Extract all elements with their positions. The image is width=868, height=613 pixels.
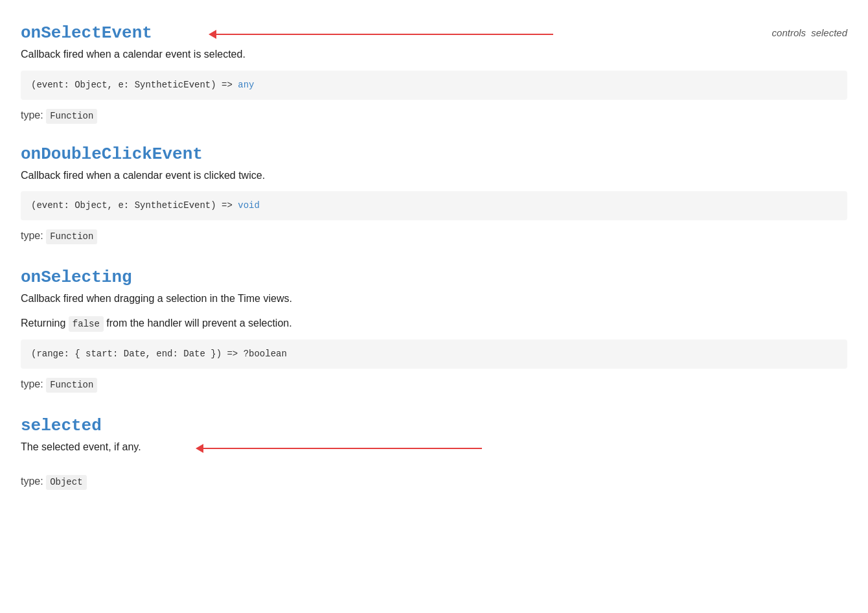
arrow-head-top [209, 30, 216, 39]
type-line-onSelectEvent: type: Function [21, 108, 847, 124]
type-label-onSelecting: type: [21, 378, 43, 389]
desc-row-selected: The selected event, if any. [21, 439, 847, 456]
arrow-head-bottom [196, 444, 203, 453]
type-label-selected: type: [21, 476, 43, 487]
arrow-line-bottom [203, 448, 482, 449]
section-onDoubleClickEvent: onDoubleClickEvent Callback fired when a… [21, 142, 847, 245]
arrow-annotation-top [209, 30, 553, 39]
code-text-onSelecting: (range: { start: Date, end: Date }) => ?… [31, 349, 287, 359]
type-label-onSelectEvent: type: [21, 110, 43, 121]
prop-desc-onDoubleClickEvent: Callback fired when a calendar event is … [21, 167, 847, 184]
type-line-selected: type: Object [21, 474, 847, 490]
code-text-onSelectEvent: (event: Object, e: SyntheticEvent) => an… [31, 80, 254, 90]
prop-desc-selected: The selected event, if any. [21, 441, 141, 452]
prop-name-onDoubleClickEvent: onDoubleClickEvent [21, 145, 203, 164]
keyword-any: any [238, 80, 254, 90]
code-block-onSelectEvent: (event: Object, e: SyntheticEvent) => an… [21, 71, 847, 100]
section-onSelectEvent: onSelectEvent Callback fired when a cale… [21, 21, 847, 124]
type-badge-selected: Object [46, 475, 86, 490]
type-badge-onSelecting: Function [46, 378, 97, 393]
prop-name-onSelectEvent: onSelectEvent [21, 23, 152, 43]
type-badge-onSelectEvent: Function [46, 109, 97, 124]
prop-desc-onSelecting-1: Callback fired when dragging a selection… [21, 290, 847, 307]
prop-name-selected: selected [21, 416, 102, 435]
type-line-onSelecting: type: Function [21, 376, 847, 393]
code-text-onDoubleClickEvent: (event: Object, e: SyntheticEvent) => vo… [31, 200, 260, 211]
page-container: controls selected onSelectEvent Callback… [21, 21, 847, 490]
false-badge: false [69, 316, 104, 332]
type-label-onDoubleClickEvent: type: [21, 230, 43, 241]
prop-desc-onSelectEvent: Callback fired when a calendar event is … [21, 46, 847, 63]
code-block-onDoubleClickEvent: (event: Object, e: SyntheticEvent) => vo… [21, 191, 847, 220]
arrow-line-top [216, 34, 553, 35]
type-line-onDoubleClickEvent: type: Function [21, 228, 847, 244]
prop-desc-onSelecting-2: Returning false from the handler will pr… [21, 315, 847, 332]
title-row: onSelectEvent [21, 21, 847, 46]
type-badge-onDoubleClickEvent: Function [46, 229, 97, 244]
prop-name-onSelecting: onSelecting [21, 268, 132, 287]
code-block-onSelecting: (range: { start: Date, end: Date }) => ?… [21, 340, 847, 369]
section-selected: selected The selected event, if any. typ… [21, 413, 847, 490]
arrow-annotation-bottom [196, 444, 482, 453]
section-onSelecting: onSelecting Callback fired when dragging… [21, 265, 847, 393]
keyword-void: void [238, 200, 260, 211]
